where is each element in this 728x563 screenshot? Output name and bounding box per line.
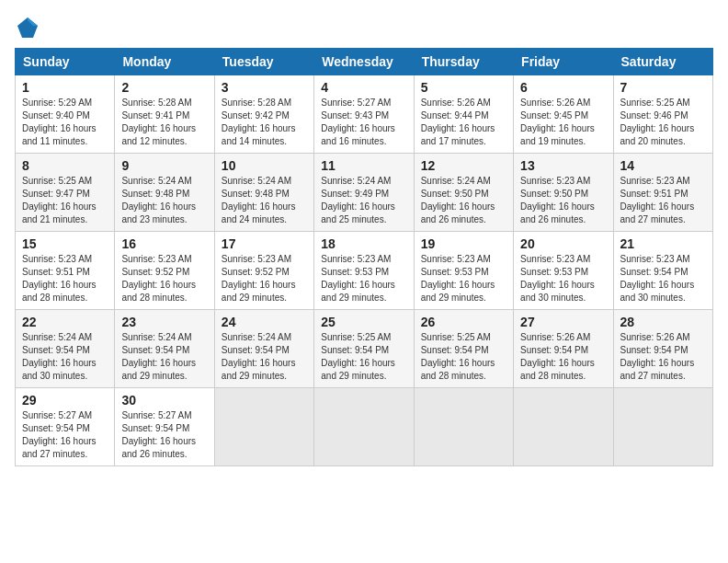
day-cell: 21Sunrise: 5:23 AMSunset: 9:54 PMDayligh…: [613, 232, 712, 310]
day-number: 18: [321, 236, 406, 251]
day-info: Sunrise: 5:23 AMSunset: 9:53 PMDaylight:…: [520, 253, 606, 304]
day-cell: 23Sunrise: 5:24 AMSunset: 9:54 PMDayligh…: [115, 310, 214, 388]
day-cell: 10Sunrise: 5:24 AMSunset: 9:48 PMDayligh…: [214, 154, 313, 232]
col-header-wednesday: Wednesday: [314, 49, 414, 75]
day-cell: 22Sunrise: 5:24 AMSunset: 9:54 PMDayligh…: [16, 310, 115, 388]
day-info: Sunrise: 5:26 AMSunset: 9:54 PMDaylight:…: [620, 331, 706, 383]
day-cell: 8Sunrise: 5:25 AMSunset: 9:47 PMDaylight…: [16, 154, 115, 232]
day-cell: 28Sunrise: 5:26 AMSunset: 9:54 PMDayligh…: [613, 310, 712, 388]
day-number: 25: [321, 315, 406, 329]
day-number: 30: [121, 393, 207, 408]
day-cell: 1Sunrise: 5:29 AMSunset: 9:40 PMDaylight…: [16, 75, 115, 154]
day-cell: [414, 388, 513, 466]
day-cell: 30Sunrise: 5:27 AMSunset: 9:54 PMDayligh…: [115, 388, 214, 466]
day-number: 22: [22, 315, 108, 329]
page-header: [15, 15, 713, 40]
day-info: Sunrise: 5:24 AMSunset: 9:48 PMDaylight:…: [222, 175, 307, 226]
day-cell: 5Sunrise: 5:26 AMSunset: 9:44 PMDaylight…: [414, 75, 513, 154]
day-number: 16: [121, 236, 207, 251]
day-number: 12: [421, 158, 506, 173]
day-number: 17: [222, 236, 307, 251]
day-number: 19: [421, 236, 506, 251]
day-info: Sunrise: 5:24 AMSunset: 9:49 PMDaylight:…: [321, 175, 406, 226]
day-cell: 29Sunrise: 5:27 AMSunset: 9:54 PMDayligh…: [16, 388, 115, 466]
day-info: Sunrise: 5:23 AMSunset: 9:50 PMDaylight:…: [520, 175, 606, 226]
day-info: Sunrise: 5:27 AMSunset: 9:54 PMDaylight:…: [121, 409, 207, 461]
col-header-thursday: Thursday: [414, 49, 513, 75]
day-number: 27: [520, 315, 606, 329]
day-number: 9: [121, 158, 207, 173]
day-info: Sunrise: 5:23 AMSunset: 9:53 PMDaylight:…: [321, 253, 406, 304]
day-cell: 7Sunrise: 5:25 AMSunset: 9:46 PMDaylight…: [613, 75, 712, 154]
day-cell: 9Sunrise: 5:24 AMSunset: 9:48 PMDaylight…: [115, 154, 214, 232]
day-cell: 19Sunrise: 5:23 AMSunset: 9:53 PMDayligh…: [414, 232, 513, 310]
day-info: Sunrise: 5:26 AMSunset: 9:44 PMDaylight:…: [421, 97, 506, 148]
day-info: Sunrise: 5:23 AMSunset: 9:51 PMDaylight:…: [620, 175, 706, 226]
day-number: 23: [121, 315, 207, 329]
day-number: 11: [321, 158, 406, 173]
day-number: 20: [520, 236, 606, 251]
day-cell: 18Sunrise: 5:23 AMSunset: 9:53 PMDayligh…: [314, 232, 414, 310]
day-cell: 17Sunrise: 5:23 AMSunset: 9:52 PMDayligh…: [214, 232, 313, 310]
day-cell: 12Sunrise: 5:24 AMSunset: 9:50 PMDayligh…: [414, 154, 513, 232]
day-info: Sunrise: 5:27 AMSunset: 9:43 PMDaylight:…: [321, 97, 406, 148]
day-number: 14: [620, 158, 706, 173]
day-cell: 25Sunrise: 5:25 AMSunset: 9:54 PMDayligh…: [314, 310, 414, 388]
logo-icon: [15, 15, 40, 40]
day-info: Sunrise: 5:25 AMSunset: 9:46 PMDaylight:…: [620, 97, 706, 148]
day-number: 1: [22, 80, 108, 95]
day-info: Sunrise: 5:23 AMSunset: 9:52 PMDaylight:…: [222, 253, 307, 304]
day-cell: 26Sunrise: 5:25 AMSunset: 9:54 PMDayligh…: [414, 310, 513, 388]
day-info: Sunrise: 5:24 AMSunset: 9:54 PMDaylight:…: [22, 331, 108, 383]
day-number: 4: [321, 80, 406, 95]
week-row-3: 22Sunrise: 5:24 AMSunset: 9:54 PMDayligh…: [16, 310, 713, 388]
day-cell: 24Sunrise: 5:24 AMSunset: 9:54 PMDayligh…: [214, 310, 313, 388]
day-cell: [314, 388, 414, 466]
day-number: 3: [222, 80, 307, 95]
day-info: Sunrise: 5:25 AMSunset: 9:47 PMDaylight:…: [22, 175, 108, 226]
day-cell: 16Sunrise: 5:23 AMSunset: 9:52 PMDayligh…: [115, 232, 214, 310]
day-number: 6: [520, 80, 606, 95]
day-number: 15: [22, 236, 108, 251]
day-info: Sunrise: 5:27 AMSunset: 9:54 PMDaylight:…: [22, 409, 108, 461]
day-number: 13: [520, 158, 606, 173]
logo: [15, 15, 44, 40]
day-info: Sunrise: 5:24 AMSunset: 9:54 PMDaylight:…: [121, 331, 207, 383]
day-number: 8: [22, 158, 108, 173]
day-cell: [613, 388, 712, 466]
day-info: Sunrise: 5:26 AMSunset: 9:45 PMDaylight:…: [520, 97, 606, 148]
week-row-4: 29Sunrise: 5:27 AMSunset: 9:54 PMDayligh…: [16, 388, 713, 466]
col-header-sunday: Sunday: [16, 49, 115, 75]
day-info: Sunrise: 5:25 AMSunset: 9:54 PMDaylight:…: [321, 331, 406, 383]
day-cell: 13Sunrise: 5:23 AMSunset: 9:50 PMDayligh…: [514, 154, 613, 232]
day-info: Sunrise: 5:28 AMSunset: 9:41 PMDaylight:…: [121, 97, 207, 148]
day-cell: [514, 388, 613, 466]
svg-marker-0: [17, 17, 38, 38]
day-info: Sunrise: 5:29 AMSunset: 9:40 PMDaylight:…: [22, 97, 108, 148]
day-number: 21: [620, 236, 706, 251]
day-info: Sunrise: 5:23 AMSunset: 9:53 PMDaylight:…: [421, 253, 506, 304]
calendar: SundayMondayTuesdayWednesdayThursdayFrid…: [15, 48, 713, 466]
day-number: 10: [222, 158, 307, 173]
day-cell: 14Sunrise: 5:23 AMSunset: 9:51 PMDayligh…: [613, 154, 712, 232]
day-info: Sunrise: 5:24 AMSunset: 9:54 PMDaylight:…: [222, 331, 307, 383]
day-cell: 11Sunrise: 5:24 AMSunset: 9:49 PMDayligh…: [314, 154, 414, 232]
day-info: Sunrise: 5:23 AMSunset: 9:52 PMDaylight:…: [121, 253, 207, 304]
day-number: 28: [620, 315, 706, 329]
week-row-1: 8Sunrise: 5:25 AMSunset: 9:47 PMDaylight…: [16, 154, 713, 232]
col-header-friday: Friday: [514, 49, 613, 75]
day-cell: 2Sunrise: 5:28 AMSunset: 9:41 PMDaylight…: [115, 75, 214, 154]
day-number: 29: [22, 393, 108, 408]
col-header-saturday: Saturday: [613, 49, 712, 75]
week-row-0: 1Sunrise: 5:29 AMSunset: 9:40 PMDaylight…: [16, 75, 713, 154]
day-cell: 3Sunrise: 5:28 AMSunset: 9:42 PMDaylight…: [214, 75, 313, 154]
day-cell: [214, 388, 313, 466]
day-number: 7: [620, 80, 706, 95]
day-info: Sunrise: 5:25 AMSunset: 9:54 PMDaylight:…: [421, 331, 506, 383]
day-cell: 4Sunrise: 5:27 AMSunset: 9:43 PMDaylight…: [314, 75, 414, 154]
col-header-tuesday: Tuesday: [214, 49, 313, 75]
day-number: 2: [121, 80, 207, 95]
day-info: Sunrise: 5:23 AMSunset: 9:51 PMDaylight:…: [22, 253, 108, 304]
day-number: 24: [222, 315, 307, 329]
day-cell: 6Sunrise: 5:26 AMSunset: 9:45 PMDaylight…: [514, 75, 613, 154]
